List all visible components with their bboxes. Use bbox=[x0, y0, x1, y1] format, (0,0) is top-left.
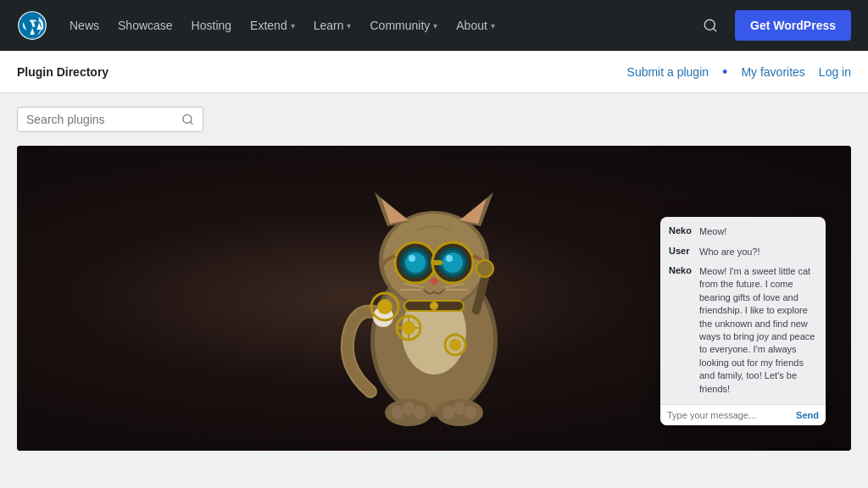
svg-point-26 bbox=[405, 252, 426, 273]
extend-chevron-icon: ▾ bbox=[291, 21, 295, 30]
svg-point-30 bbox=[442, 252, 463, 273]
nav-item-about[interactable]: About ▾ bbox=[448, 12, 504, 39]
chat-row-1: Neko Meow! bbox=[669, 225, 817, 238]
chat-text-3: Meow! I'm a sweet little cat from the fu… bbox=[699, 265, 817, 396]
svg-point-49 bbox=[377, 299, 392, 314]
nav-right: Get WordPress bbox=[696, 10, 851, 41]
nav-item-showcase[interactable]: Showcase bbox=[109, 12, 181, 39]
chat-text-1: Meow! bbox=[699, 225, 726, 238]
svg-point-31 bbox=[446, 255, 453, 262]
chat-sender-1: Neko bbox=[669, 225, 694, 236]
nav-item-learn[interactable]: Learn ▾ bbox=[305, 12, 360, 39]
svg-point-39 bbox=[392, 406, 403, 419]
cat-illustration bbox=[324, 163, 544, 434]
svg-point-51 bbox=[430, 302, 438, 310]
hero-area: Neko Meow! User Who are you?! Neko Meow!… bbox=[17, 146, 851, 451]
chat-sender-2: User bbox=[669, 246, 694, 256]
svg-rect-32 bbox=[431, 260, 442, 265]
svg-point-40 bbox=[403, 402, 415, 415]
learn-chevron-icon: ▾ bbox=[347, 21, 351, 30]
chat-row-2: User Who are you?! bbox=[669, 246, 817, 258]
chat-messages: Neko Meow! User Who are you?! Neko Meow!… bbox=[660, 217, 826, 404]
chat-input-row: Send bbox=[660, 404, 826, 425]
search-input[interactable] bbox=[26, 113, 175, 126]
svg-point-27 bbox=[409, 255, 415, 262]
svg-point-47 bbox=[476, 260, 493, 277]
community-chevron-icon: ▾ bbox=[433, 21, 437, 30]
search-bar bbox=[17, 107, 203, 132]
hero-background: Neko Meow! User Who are you?! Neko Meow!… bbox=[17, 146, 851, 451]
svg-point-42 bbox=[442, 406, 454, 419]
about-chevron-icon: ▾ bbox=[491, 21, 495, 30]
chat-row-3: Neko Meow! I'm a sweet little cat from t… bbox=[669, 265, 817, 396]
plugin-directory-label: Plugin Directory bbox=[17, 65, 108, 79]
my-favorites-link[interactable]: My favorites bbox=[741, 65, 804, 79]
svg-point-11 bbox=[449, 339, 461, 351]
top-navigation: News Showcase Hosting Extend ▾ Learn ▾ C… bbox=[0, 0, 868, 51]
chat-widget: Neko Meow! User Who are you?! Neko Meow!… bbox=[660, 217, 826, 425]
submit-plugin-link[interactable]: Submit a plugin bbox=[627, 65, 709, 79]
nav-item-community[interactable]: Community ▾ bbox=[361, 12, 446, 39]
svg-line-2 bbox=[714, 28, 716, 30]
chat-text-2: Who are you?! bbox=[699, 246, 760, 258]
svg-line-4 bbox=[190, 122, 192, 125]
chat-send-button[interactable]: Send bbox=[796, 410, 819, 420]
svg-point-44 bbox=[465, 406, 476, 419]
chat-input[interactable] bbox=[667, 410, 791, 420]
svg-point-41 bbox=[414, 406, 426, 419]
wordpress-logo[interactable] bbox=[17, 10, 47, 41]
nav-item-hosting[interactable]: Hosting bbox=[183, 12, 240, 39]
svg-point-9 bbox=[402, 321, 415, 335]
search-icon bbox=[181, 113, 194, 126]
nav-item-news[interactable]: News bbox=[61, 12, 108, 39]
nav-links: News Showcase Hosting Extend ▾ Learn ▾ C… bbox=[61, 12, 693, 39]
svg-point-43 bbox=[453, 402, 465, 415]
search-button[interactable] bbox=[696, 14, 725, 36]
get-wordpress-button[interactable]: Get WordPress bbox=[735, 10, 851, 41]
nav-item-extend[interactable]: Extend ▾ bbox=[242, 12, 303, 39]
dot-separator: • bbox=[722, 64, 727, 80]
login-link[interactable]: Log in bbox=[819, 65, 851, 79]
chat-sender-3: Neko bbox=[669, 265, 694, 275]
secondary-navigation: Plugin Directory Submit a plugin • My fa… bbox=[0, 51, 868, 93]
secondary-nav-right: Submit a plugin • My favorites Log in bbox=[627, 64, 851, 80]
search-bar-container bbox=[0, 93, 868, 146]
